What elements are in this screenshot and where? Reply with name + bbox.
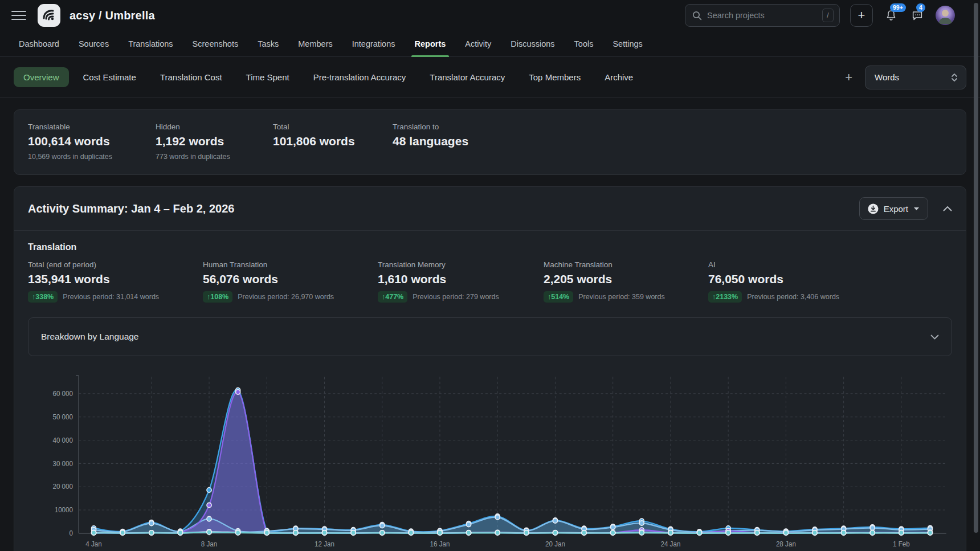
search-box[interactable]: / (685, 4, 840, 27)
metric-change-badge: ↑477% (378, 291, 407, 303)
subnav-tab-top-members[interactable]: Top Members (519, 67, 590, 87)
activity-line-chart[interactable]: 01000020 00030 00040 00050 00060 0004 Ja… (28, 371, 952, 551)
nav-tab-tasks[interactable]: Tasks (258, 31, 279, 56)
subnav-tab-cost-estimate[interactable]: Cost Estimate (74, 67, 146, 87)
metric-value: 76,050 words (708, 272, 839, 286)
user-avatar[interactable] (936, 6, 955, 25)
nav-tab-settings[interactable]: Settings (612, 31, 642, 56)
metric-label: Machine Translation (544, 260, 708, 269)
stat-label: Translatable (28, 123, 156, 131)
svg-text:0: 0 (70, 529, 74, 537)
nav-tab-activity[interactable]: Activity (465, 31, 491, 56)
svg-text:8 Jan: 8 Jan (201, 540, 218, 548)
nav-tab-discussions[interactable]: Discussions (511, 31, 554, 56)
translation-section-title: Translation (28, 242, 952, 252)
metric-change-badge: ↑2133% (708, 291, 742, 303)
svg-text:20 Jan: 20 Jan (545, 540, 565, 548)
search-input[interactable] (707, 11, 817, 20)
nav-tab-translations[interactable]: Translations (128, 31, 173, 56)
svg-text:50 000: 50 000 (52, 413, 73, 421)
stat-hidden: Hidden1,192 words773 words in duplicates (156, 123, 273, 161)
metric-label: Translation Memory (378, 260, 544, 269)
svg-text:60 000: 60 000 (52, 390, 73, 398)
stat-note: 773 words in duplicates (156, 153, 273, 161)
metric-value: 2,205 words (544, 272, 708, 286)
export-button[interactable]: Export (859, 197, 928, 220)
svg-text:1 Feb: 1 Feb (893, 540, 910, 548)
metric-meta: ↑514%Previous period: 359 words (544, 291, 708, 303)
subnav-tab-archive[interactable]: Archive (595, 67, 643, 87)
logo-swirl-icon (42, 8, 56, 23)
svg-text:20 000: 20 000 (52, 483, 73, 491)
metric-change-badge: ↑108% (203, 291, 232, 303)
nav-tab-reports[interactable]: Reports (415, 31, 446, 56)
stat-translatable: Translatable100,614 words10,569 words in… (28, 123, 156, 161)
activity-summary-card: Activity Summary: Jan 4 – Feb 2, 2026 Ex… (14, 186, 966, 551)
metric-label: AI (708, 260, 839, 269)
svg-text:16 Jan: 16 Jan (430, 540, 450, 548)
stat-label: Translation to (393, 123, 468, 131)
select-arrows-icon (951, 73, 958, 82)
metric-change-badge: ↑514% (544, 291, 573, 303)
metric-previous-period: Previous period: 3,406 words (747, 293, 839, 301)
subnav-items: OverviewCost EstimateTranslation CostTim… (14, 67, 643, 87)
unit-selector[interactable]: Words (865, 66, 966, 89)
breakdown-by-language-toggle[interactable]: Breakdown by Language (28, 317, 952, 356)
metric-previous-period: Previous period: 279 words (413, 293, 499, 301)
add-report-button[interactable]: + (845, 71, 852, 84)
project-logo[interactable] (38, 4, 60, 27)
subnav-tab-translator-accuracy[interactable]: Translator Accuracy (420, 67, 514, 87)
page-scrollbar[interactable] (972, 0, 980, 551)
subnav-tab-pre-translation-accuracy[interactable]: Pre-translation Accuracy (304, 67, 416, 87)
metric-value: 135,941 words (28, 272, 203, 286)
stat-total: Total101,806 words (273, 123, 393, 161)
search-icon (692, 11, 702, 21)
svg-text:24 Jan: 24 Jan (660, 540, 680, 548)
stat-value: 101,806 words (273, 134, 393, 148)
metric-meta: ↑477%Previous period: 279 words (378, 291, 544, 303)
nav-tab-sources[interactable]: Sources (79, 31, 109, 56)
translation-metrics-row: Total (end of period)135,941 words↑338%P… (28, 260, 952, 303)
metric-value: 56,076 words (203, 272, 378, 286)
chevron-up-icon (943, 206, 952, 211)
subnav-tab-translation-cost[interactable]: Translation Cost (150, 67, 232, 87)
metric-label: Human Translation (203, 260, 378, 269)
export-button-label: Export (884, 204, 908, 214)
hamburger-menu-icon[interactable] (11, 8, 26, 23)
nav-tab-screenshots[interactable]: Screenshots (193, 31, 239, 56)
svg-text:28 Jan: 28 Jan (776, 540, 796, 548)
notifications-button[interactable]: 99+ (883, 7, 899, 23)
svg-text:40 000: 40 000 (52, 436, 73, 444)
stat-translation-to: Translation to48 languages (393, 123, 468, 161)
metric-total-end-of-period: Total (end of period)135,941 words↑338%P… (28, 260, 203, 303)
stat-label: Hidden (156, 123, 273, 131)
scrollbar-thumb[interactable] (974, 3, 978, 533)
svg-text:12 Jan: 12 Jan (315, 540, 334, 548)
stat-value: 1,192 words (156, 134, 273, 148)
stat-note: 10,569 words in duplicates (28, 153, 156, 161)
subnav-tab-time-spent[interactable]: Time Spent (236, 67, 299, 87)
breakdown-label: Breakdown by Language (41, 332, 139, 342)
words-stats-card: Translatable100,614 words10,569 words in… (14, 109, 966, 175)
export-download-icon (868, 203, 879, 214)
nav-tab-members[interactable]: Members (298, 31, 332, 56)
svg-text:10000: 10000 (55, 506, 74, 514)
metric-ai: AI76,050 words↑2133%Previous period: 3,4… (708, 260, 839, 303)
page-title: acsy / Umbrella (70, 9, 155, 22)
create-project-button[interactable]: + (850, 4, 873, 27)
search-shortcut-key: / (822, 9, 834, 22)
messages-button[interactable]: 4 (909, 7, 925, 23)
metric-previous-period: Previous period: 26,970 words (238, 293, 334, 301)
subnav-tab-overview[interactable]: Overview (14, 67, 69, 87)
chevron-down-icon (930, 334, 939, 340)
metric-machine-translation: Machine Translation2,205 words↑514%Previ… (544, 260, 708, 303)
metric-translation-memory: Translation Memory1,610 words↑477%Previo… (378, 260, 544, 303)
svg-text:4 Jan: 4 Jan (85, 540, 102, 548)
main-nav: DashboardSourcesTranslationsScreenshotsT… (0, 31, 980, 57)
messages-badge: 4 (916, 3, 925, 12)
collapse-section-button[interactable] (943, 206, 952, 211)
metric-previous-period: Previous period: 31,014 words (63, 293, 159, 301)
nav-tab-tools[interactable]: Tools (574, 31, 594, 56)
nav-tab-integrations[interactable]: Integrations (352, 31, 395, 56)
nav-tab-dashboard[interactable]: Dashboard (19, 31, 59, 56)
